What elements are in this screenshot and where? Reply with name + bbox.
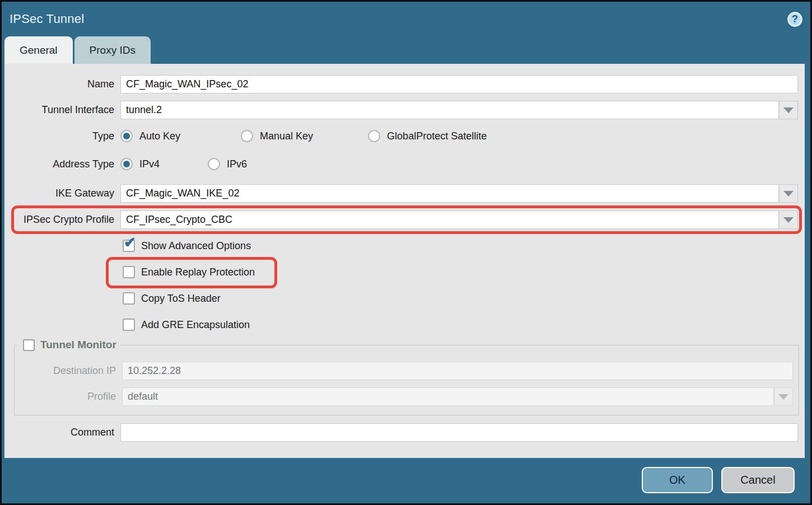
ipsec-crypto-profile-label: IPSec Crypto Profile xyxy=(4,214,120,226)
copy-tos-header-label: Copy ToS Header xyxy=(141,293,221,305)
radio-ipv6[interactable] xyxy=(208,158,220,170)
dialog-footer: OK Cancel xyxy=(2,456,810,503)
ike-gateway-input[interactable] xyxy=(120,184,779,203)
profile-input xyxy=(122,387,774,406)
tab-bar: General Proxy IDs xyxy=(4,36,151,64)
type-row: Type Auto Key Manual Key GlobalProtect S… xyxy=(4,130,798,142)
ike-gateway-label: IKE Gateway xyxy=(4,188,120,199)
ipsec-crypto-profile-row: IPSec Crypto Profile xyxy=(4,211,798,229)
ike-gateway-row: IKE Gateway xyxy=(4,184,798,203)
radio-ipv4-label: IPv4 xyxy=(139,158,160,170)
profile-row: Profile xyxy=(15,387,793,406)
radio-globalprotect-satellite[interactable] xyxy=(368,130,380,142)
tab-proxy-ids[interactable]: Proxy IDs xyxy=(74,36,151,64)
chevron-down-icon xyxy=(783,191,794,197)
name-label: Name xyxy=(4,78,120,90)
show-advanced-options-label: Show Advanced Options xyxy=(141,240,251,252)
tunnel-interface-row: Tunnel Interface xyxy=(4,101,798,119)
profile-dropdown-button xyxy=(774,387,793,406)
tunnel-monitor-legend: ✔ Tunnel Monitor xyxy=(19,339,120,351)
radio-manual-key-label: Manual Key xyxy=(260,130,313,142)
address-type-row: Address Type IPv4 IPv6 xyxy=(4,158,798,170)
ipsec-tunnel-dialog: IPSec Tunnel ? General Proxy IDs Name Tu… xyxy=(0,0,812,505)
address-type-label: Address Type xyxy=(4,158,120,170)
name-row: Name xyxy=(4,75,798,93)
chevron-down-icon xyxy=(783,217,794,223)
radio-dot-icon xyxy=(123,161,130,167)
dialog-title: IPSec Tunnel xyxy=(10,12,84,26)
tunnel-interface-input[interactable] xyxy=(120,101,779,119)
chevron-down-icon xyxy=(778,394,788,400)
tunnel-interface-dropdown-button[interactable] xyxy=(779,101,798,119)
enable-replay-protection-row: ✔ Enable Replay Protection xyxy=(123,265,805,279)
tunnel-interface-label: Tunnel Interface xyxy=(4,104,120,116)
radio-ipv6-label: IPv6 xyxy=(227,158,247,170)
cancel-button[interactable]: Cancel xyxy=(721,467,795,493)
radio-manual-key[interactable] xyxy=(241,130,253,142)
show-advanced-options-checkbox[interactable]: ✔ xyxy=(123,240,135,252)
tab-general[interactable]: General xyxy=(4,36,73,64)
type-label: Type xyxy=(4,130,120,142)
tunnel-monitor-label: Tunnel Monitor xyxy=(40,339,116,351)
radio-ipv4[interactable] xyxy=(120,158,133,170)
tunnel-monitor-checkbox[interactable]: ✔ xyxy=(23,339,35,351)
ipsec-crypto-profile-dropdown-button[interactable] xyxy=(779,211,798,229)
enable-replay-protection-label: Enable Replay Protection xyxy=(141,266,255,278)
radio-globalprotect-satellite-label: GlobalProtect Satellite xyxy=(387,130,487,142)
ok-button[interactable]: OK xyxy=(642,467,713,493)
enable-replay-protection-checkbox[interactable]: ✔ xyxy=(123,266,135,278)
tunnel-monitor-fieldset: ✔ Tunnel Monitor Destination IP Profile xyxy=(14,339,799,415)
add-gre-encapsulation-row: ✔ Add GRE Encapsulation xyxy=(123,317,805,332)
destination-ip-input xyxy=(122,362,793,380)
radio-auto-key[interactable] xyxy=(120,130,133,142)
comment-label: Comment xyxy=(4,427,120,438)
add-gre-encapsulation-label: Add GRE Encapsulation xyxy=(141,319,250,331)
show-advanced-options-row: ✔ Show Advanced Options xyxy=(123,239,805,253)
destination-ip-label: Destination IP xyxy=(15,365,122,377)
comment-row: Comment xyxy=(4,423,798,442)
radio-dot-icon xyxy=(123,133,130,139)
ipsec-crypto-profile-input[interactable] xyxy=(120,211,779,229)
copy-tos-header-row: ✔ Copy ToS Header xyxy=(123,291,805,306)
help-icon[interactable]: ? xyxy=(787,12,802,27)
copy-tos-header-checkbox[interactable]: ✔ xyxy=(123,292,135,305)
checkmark-icon: ✔ xyxy=(124,235,136,250)
general-tab-panel: Name Tunnel Interface Type Auto Key xyxy=(4,64,805,458)
ike-gateway-dropdown-button[interactable] xyxy=(779,184,798,203)
radio-auto-key-label: Auto Key xyxy=(139,130,180,142)
profile-label: Profile xyxy=(15,391,122,403)
add-gre-encapsulation-checkbox[interactable]: ✔ xyxy=(123,319,135,331)
comment-input[interactable] xyxy=(120,423,798,442)
name-input[interactable] xyxy=(120,75,798,93)
destination-ip-row: Destination IP xyxy=(15,362,793,380)
dialog-titlebar: IPSec Tunnel ? xyxy=(2,2,810,36)
chevron-down-icon xyxy=(783,107,794,113)
